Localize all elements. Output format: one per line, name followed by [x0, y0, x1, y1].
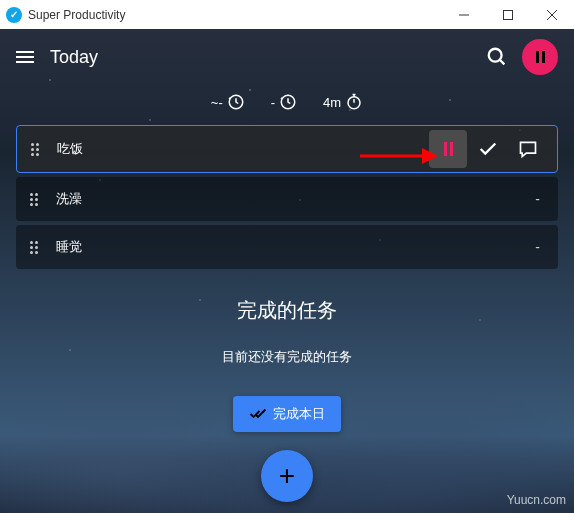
- svg-rect-1: [504, 10, 513, 19]
- completed-section: 完成的任务 目前还没有完成的任务 完成本日 +: [0, 297, 574, 502]
- svg-point-4: [489, 49, 502, 62]
- svg-line-5: [500, 60, 505, 65]
- window-title: Super Productivity: [28, 8, 125, 22]
- task-list: 吃饭 洗澡 - 睡觉 -: [0, 125, 574, 269]
- task-name: 洗澡: [56, 190, 82, 208]
- complete-day-button[interactable]: 完成本日: [233, 396, 341, 432]
- complete-day-label: 完成本日: [273, 405, 325, 423]
- menu-button[interactable]: [16, 51, 34, 63]
- task-pause-button[interactable]: [429, 130, 467, 168]
- task-row[interactable]: 睡觉 -: [16, 225, 558, 269]
- page-title: Today: [50, 47, 98, 68]
- stopwatch-value: 4m: [323, 95, 341, 110]
- comment-icon: [518, 139, 538, 159]
- timer-estimate[interactable]: ~-: [211, 93, 245, 111]
- minus-label: -: [271, 95, 275, 110]
- task-name: 吃饭: [57, 140, 83, 158]
- double-check-icon: [249, 405, 267, 423]
- task-time-placeholder: -: [535, 239, 548, 255]
- search-button[interactable]: [486, 46, 508, 68]
- pause-icon: [536, 51, 545, 63]
- task-notes-button[interactable]: [509, 130, 547, 168]
- plus-icon: +: [279, 460, 295, 492]
- task-complete-button[interactable]: [469, 130, 507, 168]
- clock-back-icon: [279, 93, 297, 111]
- drag-handle-icon[interactable]: [30, 193, 38, 206]
- app-icon: [6, 7, 22, 23]
- task-time-placeholder: -: [535, 191, 548, 207]
- completed-empty-message: 目前还没有完成的任务: [0, 348, 574, 366]
- timer-stopwatch[interactable]: 4m: [323, 93, 363, 111]
- drag-handle-icon[interactable]: [30, 241, 38, 254]
- pause-icon: [444, 142, 453, 156]
- completed-title: 完成的任务: [0, 297, 574, 324]
- tilde-label: ~-: [211, 95, 223, 110]
- timer-row: ~- - 4m: [0, 93, 574, 111]
- task-name: 睡觉: [56, 238, 82, 256]
- watermark: Yuucn.com: [507, 493, 566, 507]
- task-row[interactable]: 吃饭: [16, 125, 558, 173]
- maximize-button[interactable]: [486, 0, 530, 29]
- timer-remaining[interactable]: -: [271, 93, 297, 111]
- drag-handle-icon[interactable]: [31, 143, 39, 156]
- task-actions: [429, 130, 547, 168]
- check-icon: [477, 138, 499, 160]
- minimize-button[interactable]: [442, 0, 486, 29]
- stopwatch-icon: [345, 93, 363, 111]
- app-header: Today: [0, 29, 574, 85]
- add-task-button[interactable]: +: [261, 450, 313, 502]
- window-titlebar: Super Productivity: [0, 0, 574, 29]
- global-pause-button[interactable]: [522, 39, 558, 75]
- clock-back-icon: [227, 93, 245, 111]
- task-row[interactable]: 洗澡 -: [16, 177, 558, 221]
- close-button[interactable]: [530, 0, 574, 29]
- window-controls: [442, 0, 574, 29]
